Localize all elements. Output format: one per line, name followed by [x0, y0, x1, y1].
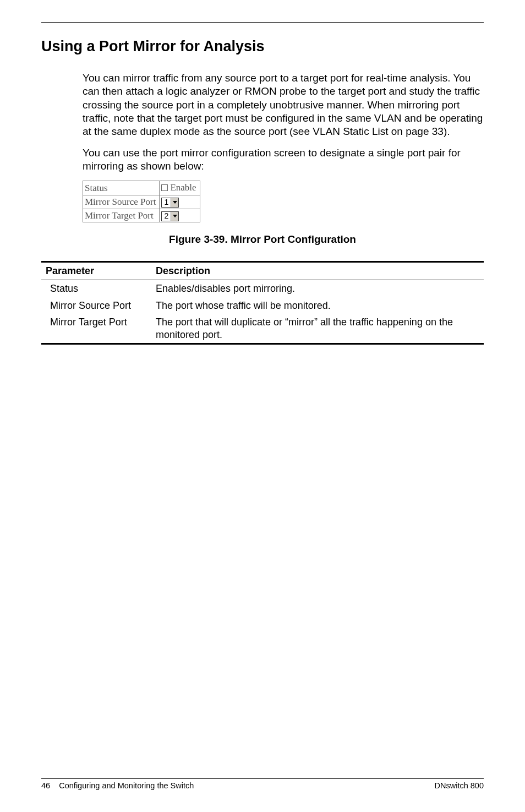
col-header-parameter: Parameter — [41, 262, 151, 280]
source-port-select[interactable]: 1 — [161, 198, 179, 208]
status-label: Status — [83, 181, 160, 195]
source-port-value: 1 — [162, 198, 171, 207]
ui-row-status: Status Enable — [83, 181, 200, 195]
ui-row-target: Mirror Target Port 2 — [83, 209, 200, 222]
dropdown-arrow-icon — [171, 198, 178, 207]
dropdown-arrow-icon — [171, 212, 178, 221]
footer-rule — [41, 778, 484, 779]
ui-row-source: Mirror Source Port 1 — [83, 195, 200, 209]
param-desc: Enables/disables port mirroring. — [151, 280, 484, 297]
col-header-description: Description — [151, 262, 484, 280]
param-name: Mirror Target Port — [41, 314, 151, 344]
footer-page-number: 46 — [41, 781, 50, 790]
table-row: Mirror Source Port The port whose traffi… — [41, 297, 484, 314]
footer-section-title: Configuring and Monitoring the Switch — [59, 781, 194, 790]
source-port-label: Mirror Source Port — [83, 195, 160, 209]
footer-left: 46 Configuring and Monitoring the Switch — [41, 781, 194, 790]
param-desc: The port that will duplicate or “mirror”… — [151, 314, 484, 344]
target-port-label: Mirror Target Port — [83, 209, 160, 222]
param-name: Mirror Source Port — [41, 297, 151, 314]
table-row: Mirror Target Port The port that will du… — [41, 314, 484, 344]
paragraph-1: You can mirror traffic from any source p… — [83, 72, 484, 139]
paragraph-2: You can use the port mirror configuratio… — [83, 146, 484, 173]
enable-checkbox[interactable]: Enable — [161, 182, 196, 194]
top-rule — [41, 22, 484, 23]
enable-label: Enable — [170, 182, 196, 194]
parameter-table: Parameter Description Status Enables/dis… — [41, 261, 484, 345]
page-heading: Using a Port Mirror for Analysis — [41, 38, 484, 55]
figure-caption: Figure 3-39. Mirror Port Configuration — [41, 233, 484, 246]
param-desc: The port whose traffic will be monitored… — [151, 297, 484, 314]
target-port-select[interactable]: 2 — [161, 211, 179, 221]
footer-right: DNswitch 800 — [435, 781, 484, 790]
mirror-config-ui: Status Enable Mirror Source Port 1 — [83, 181, 200, 222]
param-name: Status — [41, 280, 151, 297]
table-row: Status Enables/disables port mirroring. — [41, 280, 484, 297]
checkbox-icon — [161, 184, 168, 191]
page-footer: 46 Configuring and Monitoring the Switch… — [41, 778, 484, 790]
target-port-value: 2 — [162, 212, 171, 221]
